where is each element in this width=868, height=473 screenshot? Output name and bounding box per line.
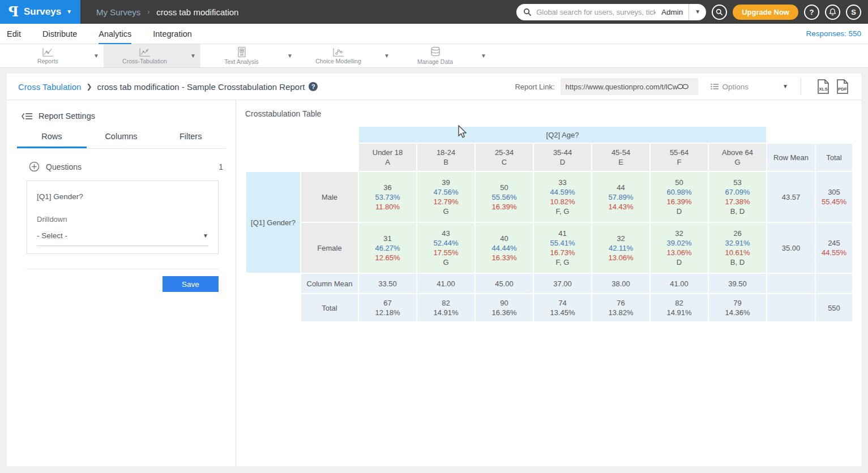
report-link-url[interactable]: https://www.questionpro.com/t/lCw3Zc xyxy=(566,83,677,91)
data-cell: 3653.73%11.80% xyxy=(359,172,416,222)
data-cell: 3344.59%10.82%F, G xyxy=(534,172,591,222)
tab-rows[interactable]: Rows xyxy=(17,132,87,148)
table-row-male: [Q1] Gender? Male 3653.73%11.80% 3947.56… xyxy=(246,172,852,222)
toolbar-choice-modelling: Choice Modelling ▼ xyxy=(297,44,394,67)
data-cell: 3239.02%13.06%D xyxy=(651,223,708,273)
column-mean-row: Column Mean 33.50 41.00 45.00 37.00 38.0… xyxy=(246,274,852,293)
svg-text:PDF: PDF xyxy=(838,87,847,92)
responses-count: Responses: 550 xyxy=(806,29,861,38)
options-label: Options xyxy=(722,83,749,91)
add-question-icon[interactable] xyxy=(29,161,40,172)
column-mean-cell: 45.00 xyxy=(476,274,533,293)
toolbar-item-label: Reports xyxy=(37,58,58,64)
drilldown-label: Drilldown xyxy=(37,215,208,223)
search-button[interactable] xyxy=(712,5,727,20)
col-header: 55-64F xyxy=(651,144,708,171)
report-title-row: Cross Tabulation ❯ cross tab modificatio… xyxy=(7,74,861,100)
question-mark-icon: ? xyxy=(810,8,814,16)
toolbar-text-analysis: Text Analysis ▼ xyxy=(200,44,297,67)
cross-tabulation-button[interactable]: Cross-Tabulation xyxy=(104,44,186,67)
tab-distribute[interactable]: Distribute xyxy=(42,24,77,44)
column-mean-cell: 41.00 xyxy=(417,274,474,293)
collapse-panel-icon[interactable] xyxy=(22,112,33,121)
column-mean-cell: 37.00 xyxy=(534,274,591,293)
export-xls-icon[interactable]: XLS xyxy=(816,79,831,94)
data-cell: 5055.56%16.39% xyxy=(476,172,533,222)
line-chart-icon xyxy=(139,47,151,57)
settings-tabs: Rows Columns Filters xyxy=(17,132,225,149)
options-button[interactable]: Options ▼ xyxy=(711,83,788,91)
line-chart-icon xyxy=(42,47,54,57)
cross-tabulation-link[interactable]: Cross Tabulation xyxy=(18,82,81,92)
breadcrumb: My Surveys › cross tab modification xyxy=(96,7,238,17)
manage-data-dropdown[interactable]: ▼ xyxy=(476,53,491,59)
col-header: 25-34C xyxy=(476,144,533,171)
data-cell: 3242.11%13.06% xyxy=(592,223,649,273)
help-icon[interactable]: ? xyxy=(309,82,318,91)
search-scope-label: Admin xyxy=(656,8,689,16)
row-mean-header: Row Mean xyxy=(767,144,815,171)
breadcrumb-my-surveys[interactable]: My Surveys xyxy=(96,7,140,17)
toolbar-item-label: Choice Modelling xyxy=(315,58,361,64)
data-cell: 3947.56%12.79%G xyxy=(417,172,474,222)
tab-filters[interactable]: Filters xyxy=(156,132,225,148)
data-cell: 3146.27%12.65% xyxy=(359,223,416,273)
data-cell: 4457.89%14.43% xyxy=(592,172,649,222)
row-group-header: [Q1] Gender? xyxy=(246,172,300,273)
row-total-cell: 24544.55% xyxy=(816,223,852,273)
chevron-down-icon: ▼ xyxy=(66,9,72,15)
tab-columns[interactable]: Columns xyxy=(87,132,156,148)
total-cell: 7413.45% xyxy=(534,294,591,321)
questions-label: Questions xyxy=(46,162,82,171)
grand-total-cell: 550 xyxy=(816,294,852,321)
tab-integration[interactable]: Integration xyxy=(153,24,192,44)
help-button[interactable]: ? xyxy=(804,5,819,20)
row-label: Male xyxy=(301,172,358,222)
total-cell: 8214.91% xyxy=(417,294,474,321)
choice-modelling-button[interactable]: Choice Modelling xyxy=(297,44,379,67)
column-mean-empty xyxy=(767,274,815,293)
export-pdf-icon[interactable]: PDF xyxy=(835,79,850,94)
upgrade-now-button[interactable]: Upgrade Now xyxy=(733,5,798,20)
top-navigation-bar: P Surveys ▼ My Surveys › cross tab modif… xyxy=(0,0,868,24)
text-analysis-button[interactable]: Text Analysis xyxy=(200,44,283,67)
reports-dropdown[interactable]: ▼ xyxy=(89,53,104,59)
global-search-input[interactable] xyxy=(536,8,656,16)
total-header: Total xyxy=(816,144,852,171)
col-header-row: Under 18A 18-24B 25-34C 35-44D 45-54E 55… xyxy=(246,144,852,171)
reports-button[interactable]: Reports xyxy=(7,44,89,67)
list-icon xyxy=(711,83,719,90)
tab-analytics[interactable]: Analytics xyxy=(99,24,131,44)
drilldown-select[interactable]: - Select - ▼ xyxy=(37,231,208,246)
search-icon xyxy=(716,8,723,16)
search-scope-dropdown[interactable]: ▼ xyxy=(689,4,706,20)
manage-data-button[interactable]: Manage Data xyxy=(394,44,476,67)
row-total-cell: 30555.45% xyxy=(816,172,852,222)
row-mean-cell: 35.00 xyxy=(767,223,815,273)
crosstab-section-title: Crosstabulation Table xyxy=(245,109,861,118)
col-header: Under 18A xyxy=(359,144,416,171)
total-cell: 7613.82% xyxy=(592,294,649,321)
save-button[interactable]: Save xyxy=(163,276,219,292)
cross-tabulation-dropdown[interactable]: ▼ xyxy=(186,53,200,59)
drilldown-value: - Select - xyxy=(37,231,67,240)
column-mean-cell: 33.50 xyxy=(359,274,416,293)
divider xyxy=(27,269,219,269)
database-icon xyxy=(430,46,441,58)
avatar[interactable]: S xyxy=(846,5,861,20)
data-cell: 5060.98%16.39%D xyxy=(651,172,708,222)
global-search: Admin ▼ xyxy=(516,4,706,20)
data-cell: 4352.44%17.55%G xyxy=(417,223,474,273)
col-header: 45-54E xyxy=(592,144,649,171)
link-icon[interactable] xyxy=(677,83,689,90)
product-switcher[interactable]: P Surveys ▼ xyxy=(0,0,80,24)
tab-edit[interactable]: Edit xyxy=(7,24,21,44)
breadcrumb-current-survey: cross tab modification xyxy=(156,7,238,17)
choice-modelling-dropdown[interactable]: ▼ xyxy=(379,53,394,59)
notifications-button[interactable] xyxy=(825,5,840,20)
survey-nav: Edit Distribute Analytics Integration Re… xyxy=(0,24,868,44)
toolbar-cross-tabulation: Cross-Tabulation ▼ xyxy=(104,44,200,67)
text-analysis-dropdown[interactable]: ▼ xyxy=(283,53,297,59)
column-mean-cell: 41.00 xyxy=(651,274,708,293)
toolbar-item-label: Manage Data xyxy=(417,58,453,65)
